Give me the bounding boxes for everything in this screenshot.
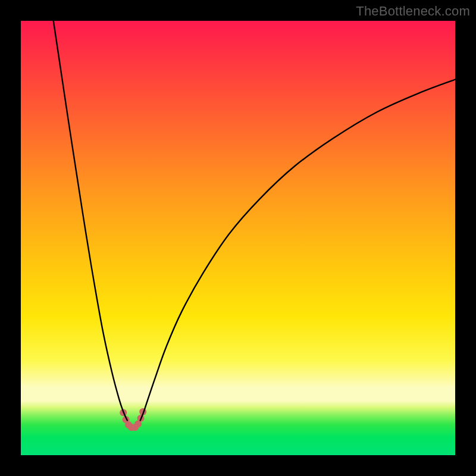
chart-svg — [21, 21, 455, 455]
watermark-text: TheBottleneck.com — [356, 4, 470, 19]
outer-frame: TheBottleneck.com — [0, 0, 476, 476]
plot-area — [21, 21, 455, 455]
left-curve — [54, 21, 127, 421]
right-curve — [140, 80, 455, 421]
